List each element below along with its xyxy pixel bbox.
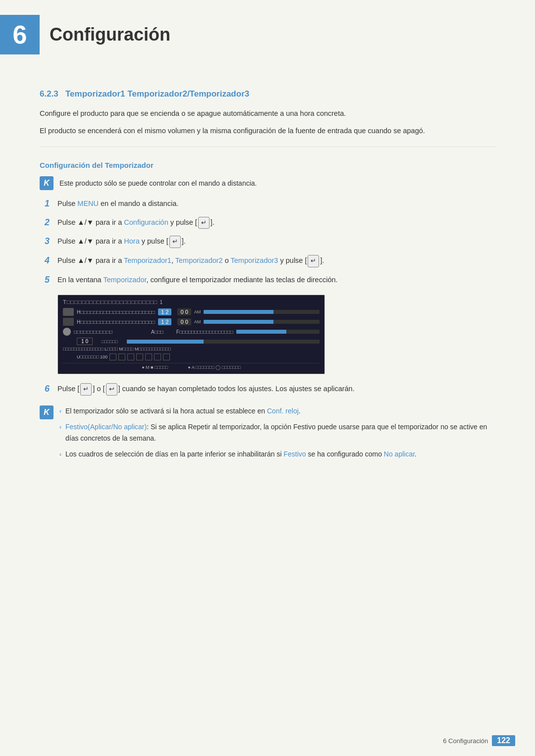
timer-footer-right: ● A □□□□□□□ ◯ □□□□□□□	[188, 365, 241, 370]
timer-days-row: □□□□□□□□□□□□□□□ L□□□□ M□□□□ M□□□□□□□□□□□…	[63, 347, 320, 352]
step-1-menu: MENU	[77, 200, 99, 207]
section-desc1: Configure el producto para que se encien…	[40, 108, 495, 119]
step-3-key: ↵	[169, 236, 181, 248]
timer-row-input: 1 0 □□□□□□	[63, 338, 320, 345]
timer-bar-4	[127, 340, 320, 344]
timer-label-vol: □□□□□□□□□□□□	[74, 329, 138, 335]
timer-icon-screen	[63, 318, 74, 326]
step-2: 2 Pulse ▲/▼ para ir a Configuración y pu…	[40, 217, 495, 229]
step-5-temporizador: Temporizador	[103, 276, 146, 284]
step-4: 4 Pulse ▲/▼ para ir a Temporizador1, Tem…	[40, 255, 495, 267]
section-heading: 6.2.3 Temporizador1 Temporizador2/Tempor…	[40, 89, 495, 99]
timer-title-bar: T□□□□□□□□□□□□□□□□□□□□□□□□ 1	[63, 299, 320, 305]
note-block-1: K Este producto sólo se puede controlar …	[40, 176, 495, 190]
step-2-key: ↵	[198, 217, 210, 229]
timer-days-checkboxes: U□□□□□□□ 100	[63, 353, 320, 360]
timer-footer: ● M ■ □□□□□ ● A □□□□□□□ ◯ □□□□□□□	[63, 363, 320, 370]
timer-val2-h: 1 2	[158, 318, 171, 325]
step-6-key1: ↵	[80, 383, 92, 396]
step-4-temp3: Temporizador3	[231, 256, 278, 264]
timer-footer-left: ● M ■ □□□□□	[142, 365, 168, 370]
sub-note-2: Festivo(Aplicar/No aplicar): Si se aplic…	[59, 421, 495, 444]
step-4-key: ↵	[308, 255, 319, 267]
timer-bar-3	[236, 330, 320, 334]
chapter-number-box: 6	[0, 15, 40, 54]
timer-cb-x	[127, 353, 134, 360]
step-6-text: Pulse [↵] o [↩] cuando se hayan completa…	[57, 383, 355, 396]
timer-bar-2	[204, 320, 320, 324]
timer-row-3: □□□□□□□□□□□□ A□□□ F□□□□□□□□□□□□□□□□□□	[63, 328, 320, 336]
step-2-number: 2	[40, 217, 50, 228]
chapter-number: 6	[13, 20, 27, 50]
timer-cb-m2	[136, 353, 143, 360]
sub-notes-list: El temporizador sólo se activará si la h…	[59, 405, 495, 465]
page-footer: 6 Configuración 122	[443, 735, 515, 746]
timer-label-2: H□□□□□□□□□□□□□□□□□□□□□□□	[77, 319, 155, 325]
step-6: 6 Pulse [↵] o [↩] cuando se hayan comple…	[40, 383, 495, 396]
timer-vol-a: A□□□	[151, 329, 163, 335]
note-block-2: K El temporizador sólo se activará si la…	[40, 405, 495, 465]
timer-row-1: H□□□□□□□□□□□□□□□□□□□□□□□ 1 2 0 0 AM	[63, 308, 320, 316]
timer-repeat-label: □□□□□□	[102, 339, 118, 344]
step-5-number: 5	[40, 274, 50, 285]
timer-cb-j	[145, 353, 152, 360]
step-4-temp2: Temporizador2	[175, 256, 223, 264]
timer-val2-m: 0 0	[177, 318, 191, 325]
steps-list: 1 Pulse MENU en el mando a distancia. 2 …	[40, 198, 495, 286]
timer-row-2: H□□□□□□□□□□□□□□□□□□□□□□□ 1 2 0 0 AM	[63, 318, 320, 326]
timer-val1-m: 0 0	[177, 308, 191, 315]
timer-label-1: H□□□□□□□□□□□□□□□□□□□□□□□	[77, 309, 155, 315]
note-icon-1: K	[40, 176, 54, 190]
step-2-config: Configuración	[124, 218, 168, 226]
step-3-text: Pulse ▲/▼ para ir a Hora y pulse [↵].	[57, 236, 186, 248]
timer-input-box: 1 0	[77, 338, 93, 345]
timer-bar-1	[204, 310, 320, 314]
timer-icon-sun	[63, 308, 74, 316]
sub-note-3: Los cuadros de selección de días en la p…	[59, 449, 495, 459]
timer-screenshot: T□□□□□□□□□□□□□□□□□□□□□□□□ 1 H□□□□□□□□□□□…	[57, 295, 325, 374]
step-3: 3 Pulse ▲/▼ para ir a Hora y pulse [↵].	[40, 236, 495, 248]
sub-note-2-highlight: Festivo(Aplicar/No aplicar)	[65, 423, 147, 431]
section-number: 6.2.3	[40, 89, 58, 99]
timer-cb-v	[154, 353, 161, 360]
step-6-key2: ↩	[106, 383, 117, 396]
step-4-temp1: Temporizador1	[124, 256, 171, 264]
step-1-number: 1	[40, 198, 50, 209]
sub-note-1: El temporizador sólo se activará si la h…	[59, 405, 495, 416]
chapter-title: Configuración	[50, 24, 170, 45]
timer-fuente-label: F□□□□□□□□□□□□□□□□□□	[176, 329, 233, 335]
step-2-text: Pulse ▲/▼ para ir a Configuración y puls…	[57, 217, 214, 229]
sub-note-1-highlight: Conf. reloj	[267, 407, 299, 415]
section-title: Temporizador1 Temporizador2/Temporizador…	[65, 89, 249, 99]
step-1: 1 Pulse MENU en el mando a distancia.	[40, 198, 495, 209]
note-icon-2: K	[40, 405, 54, 419]
step-5-text: En la ventana Temporizador, configure el…	[57, 274, 338, 286]
footer-page-number: 122	[492, 735, 515, 746]
sub-note-3-highlight2: No aplicar	[384, 450, 415, 458]
content-area: 6.2.3 Temporizador1 Temporizador2/Tempor…	[0, 64, 535, 509]
step-6-number: 6	[40, 383, 50, 394]
timer-val1-h: 1 2	[158, 308, 171, 315]
step-1-text: Pulse MENU en el mando a distancia.	[57, 198, 178, 209]
step-4-number: 4	[40, 255, 50, 266]
step-3-hora: Hora	[124, 238, 139, 246]
subsection-heading: Configuración del Temporizador	[40, 161, 495, 169]
section-desc2: El producto se encenderá con el mismo vo…	[40, 125, 495, 137]
divider	[40, 147, 495, 147]
timer-ampm-2: AM	[194, 319, 201, 324]
timer-ampm-1: AM	[194, 309, 201, 314]
timer-cb-m1	[118, 353, 125, 360]
footer-chapter-label: 6 Configuración	[443, 737, 488, 745]
sub-note-3-highlight1: Festivo	[283, 450, 306, 458]
timer-u-label: U□□□□□□□ 100	[77, 354, 107, 359]
timer-cb-l	[109, 353, 116, 360]
step-3-number: 3	[40, 236, 50, 247]
timer-icon-clock	[63, 328, 71, 336]
timer-days-heading: □□□□□□□□□□□□□□□ L□□□□ M□□□□ M□□□□□□□□□□□…	[63, 347, 171, 352]
step-5: 5 En la ventana Temporizador, configure …	[40, 274, 495, 286]
step-4-text: Pulse ▲/▼ para ir a Temporizador1, Tempo…	[57, 255, 324, 267]
timer-cb-s	[163, 353, 170, 360]
note-text-1: Este producto sólo se puede controlar co…	[59, 176, 257, 189]
